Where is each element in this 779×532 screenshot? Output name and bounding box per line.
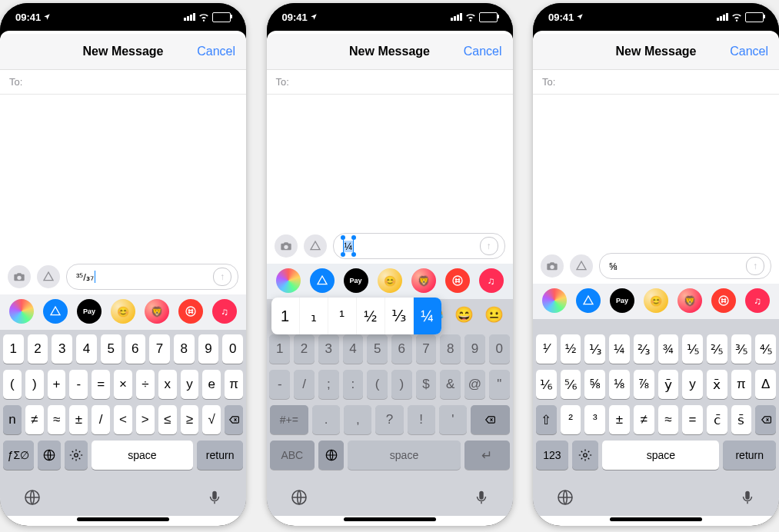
key-0[interactable]: 0: [489, 334, 510, 364]
key-⅝[interactable]: ⅝: [584, 370, 605, 399]
key-/[interactable]: /: [294, 370, 315, 399]
popup-key-½[interactable]: ½: [357, 298, 385, 334]
app-drawer[interactable]: Pay 😊 🦁 ♫: [0, 294, 246, 330]
memoji-app-icon[interactable]: 😊: [111, 299, 135, 324]
popup-key-1[interactable]: 1: [271, 298, 300, 334]
backspace-key[interactable]: [755, 405, 776, 434]
emoji-globe-icon[interactable]: [556, 488, 574, 507]
key-?[interactable]: ?: [375, 405, 403, 434]
key-![interactable]: !: [408, 405, 435, 434]
key-,[interactable]: ,: [344, 405, 371, 434]
abc-key[interactable]: ABC: [270, 441, 315, 470]
key-7[interactable]: 7: [416, 334, 437, 364]
key-6[interactable]: 6: [391, 334, 412, 364]
key-÷[interactable]: ÷: [136, 370, 155, 399]
symbols-key[interactable]: #+=: [270, 405, 309, 434]
to-field[interactable]: To:: [0, 70, 246, 95]
space-key[interactable]: space: [602, 441, 719, 470]
key-5[interactable]: 5: [367, 334, 388, 364]
key-y[interactable]: y: [181, 370, 199, 399]
emoji-globe-icon[interactable]: [290, 488, 308, 507]
key-±[interactable]: ±: [69, 405, 88, 434]
key-4[interactable]: 4: [76, 334, 97, 364]
key-3[interactable]: 3: [52, 334, 72, 364]
message-body[interactable]: [533, 95, 779, 248]
photos-app-icon[interactable]: [276, 268, 301, 293]
shift-key[interactable]: ⇧: [536, 405, 557, 434]
settings-key[interactable]: [65, 441, 88, 470]
globe-key[interactable]: [318, 441, 344, 470]
dictation-icon[interactable]: [739, 489, 756, 506]
to-field[interactable]: To:: [533, 70, 779, 95]
key-⅓[interactable]: ⅓: [584, 334, 605, 364]
key-4[interactable]: 4: [343, 334, 364, 364]
music-app-icon[interactable]: ♫: [745, 288, 770, 313]
key-≈[interactable]: ≈: [658, 405, 679, 434]
key-⅛[interactable]: ⅛: [609, 370, 630, 399]
message-input[interactable]: ¼ ↑: [333, 233, 505, 259]
key-3[interactable]: 3: [318, 334, 339, 364]
hashtag-app-icon[interactable]: [711, 288, 736, 313]
emoji-suggestion[interactable]: 😄: [454, 305, 474, 324]
selection-handle[interactable]: [343, 240, 344, 252]
memoji-app-icon[interactable]: 😊: [378, 268, 402, 293]
animoji-app-icon[interactable]: 🦁: [145, 299, 169, 324]
key-2[interactable]: 2: [294, 334, 315, 364]
key-2[interactable]: 2: [28, 334, 48, 364]
popup-key-₁[interactable]: ₁: [300, 298, 328, 334]
emoji-globe-icon[interactable]: [23, 488, 42, 507]
key-ȳ[interactable]: ȳ: [658, 370, 679, 399]
key-)[interactable]: ): [391, 370, 412, 399]
cancel-button[interactable]: Cancel: [730, 45, 768, 58]
return-key[interactable]: ↵: [464, 441, 510, 470]
key-≠[interactable]: ≠: [25, 405, 44, 434]
applepay-app-icon[interactable]: Pay: [344, 268, 368, 293]
key-⅚[interactable]: ⅚: [561, 370, 581, 399]
key-)[interactable]: ): [25, 370, 44, 399]
key-.[interactable]: .: [312, 405, 340, 434]
hashtag-app-icon[interactable]: [178, 299, 203, 324]
key-&[interactable]: &: [440, 370, 461, 399]
photos-app-icon[interactable]: [9, 299, 34, 324]
key-²[interactable]: ²: [561, 405, 581, 434]
key-⅞[interactable]: ⅞: [634, 370, 654, 399]
key-n[interactable]: n: [3, 405, 22, 434]
key-¾[interactable]: ¾: [658, 334, 679, 364]
key-½[interactable]: ½: [561, 334, 581, 364]
symbols-key[interactable]: ƒΣ∅: [3, 441, 34, 470]
selection-handle[interactable]: [353, 240, 354, 252]
appstore-app-icon[interactable]: [43, 299, 68, 324]
key-8[interactable]: 8: [174, 334, 195, 364]
key-¹∕[interactable]: ¹∕: [536, 334, 557, 364]
key-⅘[interactable]: ⅘: [755, 334, 776, 364]
emoji-suggestion[interactable]: 😐: [484, 305, 504, 324]
key-@[interactable]: @: [464, 370, 485, 399]
key-⅔[interactable]: ⅔: [634, 334, 654, 364]
cancel-button[interactable]: Cancel: [197, 45, 235, 58]
key--[interactable]: -: [269, 370, 290, 399]
key-±[interactable]: ±: [609, 405, 630, 434]
home-indicator[interactable]: [610, 517, 702, 521]
key-⅗[interactable]: ⅗: [731, 334, 752, 364]
key-8[interactable]: 8: [440, 334, 461, 364]
key-9[interactable]: 9: [198, 334, 219, 364]
globe-key[interactable]: [38, 441, 61, 470]
key->[interactable]: >: [136, 405, 155, 434]
music-app-icon[interactable]: ♫: [479, 268, 504, 293]
key-$[interactable]: $: [416, 370, 437, 399]
popup-key-¼[interactable]: ¼: [414, 298, 441, 334]
key-π[interactable]: π: [225, 370, 243, 399]
key-⅕[interactable]: ⅕: [682, 334, 703, 364]
key-/[interactable]: /: [92, 405, 110, 434]
app-drawer[interactable]: Pay 😊 🦁 ♫: [267, 264, 513, 299]
key-1[interactable]: 1: [269, 334, 290, 364]
key-6[interactable]: 6: [125, 334, 146, 364]
apps-button[interactable]: [570, 254, 593, 278]
key-;[interactable]: ;: [318, 370, 339, 399]
appstore-app-icon[interactable]: [310, 268, 335, 293]
popup-key-¹[interactable]: ¹: [328, 298, 357, 334]
key-×[interactable]: ×: [114, 370, 132, 399]
home-indicator[interactable]: [77, 517, 169, 521]
music-app-icon[interactable]: ♫: [212, 299, 237, 324]
key-"[interactable]: ": [489, 370, 510, 399]
